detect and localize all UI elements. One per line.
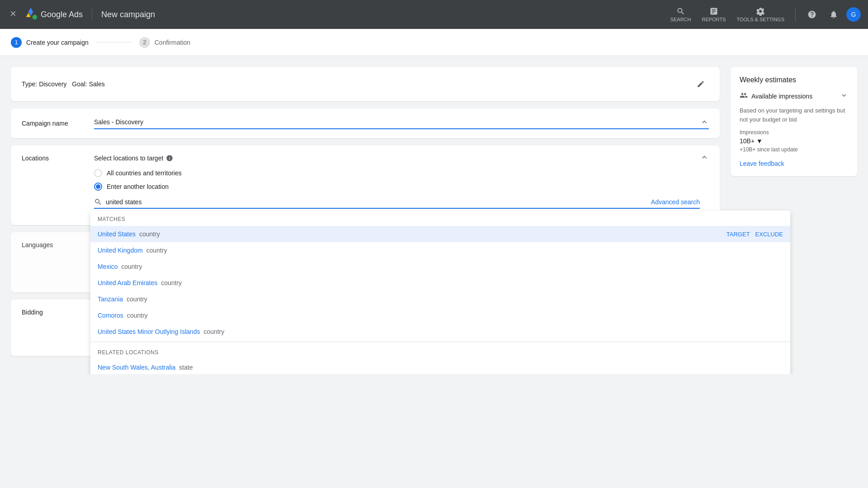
breadcrumb: 1 Create your campaign 2 Confirmation	[0, 29, 868, 56]
impressions-header: Available impressions	[740, 91, 848, 101]
dropdown-item-united-states[interactable]: United States country TARGET EXCLUDE	[90, 226, 790, 242]
dropdown-item-comoros-left: Comoros country	[98, 312, 148, 319]
dropdown-item-mexico[interactable]: Mexico country	[90, 258, 790, 275]
dropdown-item-nsw-type: state	[177, 364, 193, 371]
dropdown-item-united-states-actions: TARGET EXCLUDE	[726, 231, 783, 238]
dropdown-item-us-minor[interactable]: United States Minor Outlying Islands cou…	[90, 324, 790, 340]
type-prefix: Type:	[22, 80, 39, 88]
dropdown-item-united-states-name: United States	[98, 230, 136, 238]
languages-label: Languages	[22, 241, 94, 249]
dropdown-item-uk-type: country	[145, 247, 167, 254]
dropdown-item-mexico-left: Mexico country	[98, 263, 142, 270]
tools-settings-nav-label: TOOLS & SETTINGS	[736, 17, 784, 22]
type-value: Discovery	[39, 80, 66, 88]
dropdown-item-uae-left: United Arab Emirates country	[98, 279, 182, 286]
impressions-collapse-chevron[interactable]	[840, 91, 848, 101]
nav-divider	[92, 9, 92, 20]
bidding-label: Bidding	[22, 309, 94, 316]
dropdown-item-united-kingdom[interactable]: United Kingdom country	[90, 242, 790, 258]
locations-label: Locations	[22, 155, 94, 162]
location-search-field: Advanced search	[94, 198, 700, 209]
reports-nav-label: REPORTS	[702, 17, 726, 22]
dropdown-item-tanzania-type: country	[125, 296, 147, 303]
exclude-united-states-button[interactable]: EXCLUDE	[755, 231, 783, 238]
leave-feedback-link[interactable]: Leave feedback	[740, 160, 848, 167]
dropdown-item-uae-name: United Arab Emirates	[98, 279, 157, 286]
nav-actions: SEARCH REPORTS TOOLS & SETTINGS G	[667, 5, 861, 24]
dropdown-item-nsw-left: New South Wales, Australia state	[98, 364, 193, 371]
radio-enter-location-circle	[94, 183, 102, 191]
svg-point-0	[33, 15, 38, 20]
campaign-name-field: Sales - Discovery	[94, 117, 709, 129]
impressions-sublabel: Impressions	[740, 129, 848, 136]
dropdown-item-mexico-type: country	[119, 263, 142, 270]
dropdown-item-nsw[interactable]: New South Wales, Australia state	[90, 359, 790, 374]
radio-enter-location[interactable]: Enter another location	[94, 183, 700, 191]
user-avatar[interactable]: G	[846, 7, 861, 22]
advanced-search-link[interactable]: Advanced search	[651, 198, 700, 206]
location-dropdown: Matches United States country TARGET EXC…	[90, 211, 790, 374]
location-search-icon	[94, 198, 102, 206]
dropdown-item-uk-left: United Kingdom country	[98, 247, 167, 254]
dropdown-item-uae-type: country	[159, 279, 182, 286]
dropdown-item-uk-name: United Kingdom	[98, 247, 143, 254]
location-search-input[interactable]	[106, 198, 640, 206]
content-left: Type: Discovery Goal: Sales Campaign nam…	[11, 67, 720, 363]
nav-separator	[795, 7, 796, 22]
top-navigation: Google Ads New campaign SEARCH REPORTS T…	[0, 0, 868, 29]
step-1-number: 1	[11, 37, 22, 48]
step-2-number: 2	[139, 37, 150, 48]
dropdown-item-united-states-type: country	[137, 230, 160, 238]
avatar-initial: G	[851, 11, 856, 18]
matches-section-title: Matches	[90, 211, 790, 226]
tools-settings-nav-button[interactable]: TOOLS & SETTINGS	[733, 5, 788, 24]
radio-all-countries[interactable]: All countries and territories	[94, 169, 700, 177]
dropdown-item-mexico-name: Mexico	[98, 263, 118, 270]
dropdown-item-tanzania-left: Tanzania country	[98, 296, 147, 303]
radio-enter-location-label: Enter another location	[107, 183, 169, 190]
impressions-left: Available impressions	[740, 91, 812, 101]
info-icon	[166, 155, 173, 162]
dropdown-item-comoros-name: Comoros	[98, 312, 123, 319]
locations-content: Select locations to target All countries…	[94, 155, 700, 209]
close-icon[interactable]	[7, 8, 19, 22]
target-united-states-button[interactable]: TARGET	[726, 231, 750, 238]
locations-collapse-button[interactable]	[700, 153, 709, 162]
step-1: 1 Create your campaign	[11, 37, 89, 48]
estimates-title: Weekly estimates	[740, 76, 848, 84]
campaign-name-card: Campaign name Sales - Discovery	[11, 108, 720, 138]
campaign-name-collapse-button[interactable]	[700, 117, 709, 127]
goal-prefix: Goal:	[72, 80, 89, 88]
impressions-icon	[740, 91, 748, 101]
campaign-title: New campaign	[101, 10, 155, 19]
goal-value: Sales	[89, 80, 105, 88]
dropdown-item-comoros[interactable]: Comoros country	[90, 307, 790, 324]
campaign-name-label: Campaign name	[22, 120, 94, 127]
location-radio-group: All countries and territories Enter anot…	[94, 169, 700, 191]
step-2-label: Confirmation	[155, 39, 190, 46]
help-icon[interactable]	[803, 5, 821, 23]
google-ads-logo-icon	[24, 8, 37, 21]
dropdown-divider	[90, 342, 790, 342]
campaign-name-row: Campaign name Sales - Discovery	[22, 117, 709, 129]
dropdown-item-tanzania[interactable]: Tanzania country	[90, 291, 790, 307]
reports-nav-button[interactable]: REPORTS	[698, 5, 729, 24]
search-nav-button[interactable]: SEARCH	[667, 5, 695, 24]
brand-logo: Google Ads	[24, 8, 83, 21]
radio-all-countries-circle	[94, 169, 102, 177]
impressions-value: 10B+ ▼	[740, 137, 848, 145]
related-section-title: Related locations	[90, 344, 790, 359]
dropdown-item-us-minor-name: United States Minor Outlying Islands	[98, 328, 200, 335]
dropdown-item-us-minor-left: United States Minor Outlying Islands cou…	[98, 328, 224, 335]
step-1-label: Create your campaign	[26, 39, 89, 46]
main-content: Type: Discovery Goal: Sales Campaign nam…	[0, 56, 868, 374]
dropdown-item-uae[interactable]: United Arab Emirates country	[90, 275, 790, 291]
step-2: 2 Confirmation	[139, 37, 190, 48]
impressions-label: Available impressions	[751, 93, 812, 100]
edit-type-goal-button[interactable]	[693, 76, 709, 92]
notifications-icon[interactable]	[825, 5, 843, 23]
dropdown-item-nsw-name: New South Wales, Australia	[98, 364, 175, 371]
impressions-update: +10B+ since last update	[740, 146, 848, 153]
brand-name: Google Ads	[41, 10, 83, 19]
radio-all-countries-label: All countries and territories	[107, 169, 182, 177]
